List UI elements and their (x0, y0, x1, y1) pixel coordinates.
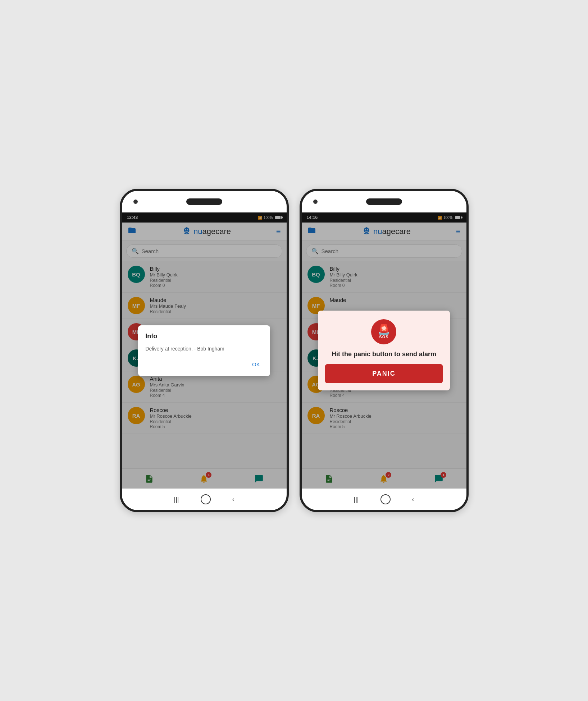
panic-modal-2: 🚨 SOS Hit the panic button to send alarm… (318, 311, 450, 390)
modal-ok-button-1[interactable]: OK (249, 360, 263, 369)
forward-gesture-1: ‹ (232, 496, 234, 503)
panic-button-2[interactable]: PANIC (325, 364, 442, 383)
sos-icon-2: 🚨 SOS (371, 319, 396, 344)
modal-body-1: Delivery at reception. - Bob Ingham (145, 345, 263, 353)
alarm-emoji-2: 🚨 (378, 325, 390, 335)
home-btn-1[interactable] (201, 494, 211, 504)
modal-title-1: Info (145, 333, 263, 340)
phone-top-1 (122, 191, 287, 212)
modal-overlay-1: Info Delivery at reception. - Bob Ingham… (122, 212, 287, 489)
speaker-2 (366, 198, 402, 205)
speaker-1 (186, 198, 222, 205)
phone-2: 14:16 📶 100% (300, 189, 469, 512)
phone-1: 12:43 📶 100% (120, 189, 289, 512)
panic-modal-overlay-2: 🚨 SOS Hit the panic button to send alarm… (302, 212, 466, 489)
screen-1: 12:43 📶 100% (122, 212, 287, 489)
info-modal-1: Info Delivery at reception. - Bob Ingham… (138, 325, 270, 376)
phone-top-2 (302, 191, 466, 212)
home-btn-2[interactable] (380, 494, 391, 504)
camera-1 (133, 200, 138, 204)
phone-bottom-2: ||| ‹ (302, 489, 466, 510)
forward-gesture-2: ‹ (412, 496, 414, 503)
panic-message-2: Hit the panic button to send alarm (332, 350, 436, 358)
back-gesture-2: ||| (354, 496, 359, 503)
modal-actions-1: OK (145, 360, 263, 369)
phone-bottom-1: ||| ‹ (122, 489, 287, 510)
screen-2: 14:16 📶 100% (302, 212, 466, 489)
sos-label-2: SOS (379, 335, 388, 339)
back-gesture-1: ||| (174, 496, 179, 503)
camera-2 (313, 200, 318, 204)
